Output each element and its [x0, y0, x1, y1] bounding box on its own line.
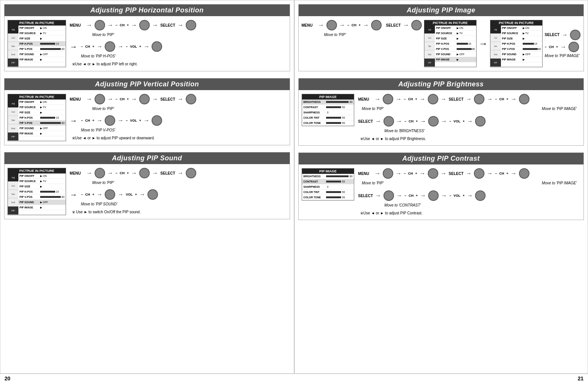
btn-menu-img[interactable] — [326, 20, 337, 30]
pip-panel-rows-horizontal: PIP ON/OFF ▶ ON PIP SOURCE ▶ TV PIP SIZE — [18, 26, 66, 67]
pip-icon-sound: Snd — [8, 50, 18, 59]
section-pip-image: Adjusting PIP Image MENU → → − CH + — [298, 4, 584, 71]
pip-icon-color: Col — [8, 34, 18, 42]
btn-select-br1[interactable] — [474, 94, 484, 104]
pip-panel-image-2: PICTRUE IN PICTURE Adj Col Set Snd PIP — [490, 20, 543, 67]
btn-vol-v2[interactable] — [152, 115, 162, 126]
pip-image-panel-contrast: PIP IMAGE BRIGHTNESS 80 CONTRAST 50 — [302, 168, 355, 201]
section-pip-brightness: Adjusting PIP Brightness PIP IMAGE BRIGH… — [298, 78, 584, 146]
pip-row-vpos: PIP V-POS 80 — [18, 47, 66, 52]
btn-ch-ct3[interactable] — [428, 190, 439, 201]
nav-row-2: → − CH + → → − VOL + — [70, 41, 287, 52]
btn-select-img2[interactable] — [570, 30, 580, 40]
btn-vol-s2[interactable] — [147, 189, 158, 200]
pip-row-source: PIP SOURCE ▶ TV — [18, 31, 66, 36]
move-label-v2: Move to 'PIP V-POS' — [70, 128, 287, 132]
note-vertical: ※Use ◄ or ► to adjust PIP upward or down… — [70, 134, 287, 141]
btn-select-img1[interactable] — [411, 20, 422, 30]
nav-area-sound: MENU → → − CH + → → SELECT → — [70, 168, 287, 215]
btn-ch-v2[interactable] — [105, 115, 115, 126]
btn-menu-v[interactable] — [95, 94, 105, 104]
pip-panel-title: PICTRUE IN PICTURE — [8, 20, 66, 26]
btn-ch-1[interactable] — [139, 20, 150, 30]
btn-ch-ct1[interactable] — [428, 168, 438, 179]
btn-ch-br3[interactable] — [428, 116, 439, 127]
pip-row-sound: PIP SOUND ▶ OFF — [18, 52, 66, 57]
move-label-1: Move to 'PIP' — [70, 33, 287, 37]
nav-row-1: MENU → → − CH + → → SELECT → — [70, 20, 287, 30]
section-header-pip-horizontal: Adjusting PIP Horizontal Position — [5, 5, 290, 16]
section-pip-sound: Adjusting PIP Sound PICTRUE IN PICTURE A… — [4, 152, 290, 219]
section-header-pip-brightness: Adjusting PIP Brightness — [299, 78, 584, 90]
ch-group-1: − CH + — [116, 23, 129, 27]
pip-row-size: PIP SIZE ▶ — [18, 36, 66, 41]
pip-panel-vertical: PICTRUE IN PICTURE Adj Col Set Snd PIP P… — [8, 94, 66, 141]
note-brightness: ※Use ◄ or ► to adjust PIP Brightness. — [358, 135, 580, 142]
vol-group-2: − VOL + — [126, 45, 141, 48]
pip-panel-sound: PICTRUE IN PICTURE Adj Col Set Snd PIP P… — [8, 168, 66, 215]
btn-ch-img2[interactable] — [568, 42, 579, 52]
section-header-pip-vertical: Adjusting PIP Vertical Position — [5, 78, 290, 90]
btn-select-1[interactable] — [186, 20, 196, 30]
page-number-left: 20 — [5, 375, 11, 381]
nav-area-contrast: MENU → → − CH + → → SELECT → — [358, 168, 580, 216]
pip-row-image: PIP IMAGE ▶ — [18, 57, 66, 62]
pip-row-hpos: PIP H-POS 15 — [18, 41, 66, 47]
page-footer: 20 21 — [0, 374, 588, 383]
ch-group-2: − CH + — [81, 45, 95, 48]
btn-ch-s2[interactable] — [105, 189, 115, 200]
btn-vol-ct3[interactable] — [475, 190, 486, 201]
pip-icon-adjust: Adj — [8, 26, 18, 34]
section-header-pip-image: Adjusting PIP Image — [299, 5, 584, 16]
pip-icons-col: Adj Col Set Snd PIP — [8, 26, 18, 67]
section-pip-vertical: Adjusting PIP Vertical Position PICTRUE … — [4, 78, 290, 145]
note-horizontal: ※Use ◄ or ► to adjust PIP left or right. — [70, 60, 287, 67]
nav-area-vertical: MENU → → − CH + → → SELECT → — [70, 94, 287, 141]
btn-select-ct1[interactable] — [474, 168, 484, 179]
btn-ch-ct2[interactable] — [519, 168, 529, 179]
move-label-2: Move to 'PIP H-POS' — [70, 54, 287, 58]
pip-row-onoff: PIP ON/OFF ▶ ON — [18, 26, 66, 31]
note-contrast: ※Use ◄ or ► to adjust PIP Contrast. — [358, 210, 580, 216]
section-pip-horizontal: Adjusting PIP Horizontal Position PICTRU… — [4, 4, 290, 71]
btn-menu-br[interactable] — [383, 94, 393, 104]
section-header-pip-sound: Adjusting PIP Sound — [5, 152, 290, 164]
btn-ch-br2[interactable] — [519, 94, 529, 104]
btn-select-br2[interactable] — [383, 116, 394, 127]
btn-vol-2[interactable] — [152, 41, 162, 52]
btn-select-ct2[interactable] — [383, 190, 394, 201]
btn-menu-s[interactable] — [95, 168, 105, 178]
pip-icon-pip: PIP — [8, 59, 18, 67]
pip-image-panel-brightness: PIP IMAGE BRIGHTNESS 80 CONTRAST 50 — [302, 94, 355, 126]
btn-select-v1[interactable] — [186, 94, 196, 104]
nav-area-image: MENU → → − CH + → Move to 'PIP' — [302, 20, 382, 37]
page-number-right: 21 — [577, 375, 583, 381]
btn-vol-br3[interactable] — [475, 116, 486, 127]
section-header-pip-contrast: Adjusting PIP Contrast — [299, 153, 584, 164]
section-pip-contrast: Adjusting PIP Contrast PIP IMAGE BRIGHTN… — [298, 152, 584, 220]
btn-ch-2[interactable] — [105, 41, 115, 52]
right-column: Adjusting PIP Image MENU → → − CH + — [295, 0, 588, 373]
nav-area-brightness: MENU → → − CH + → → SELECT → — [358, 94, 580, 142]
btn-ch-img1[interactable] — [371, 20, 382, 30]
note-sound: ※ Use ► to switch On/Off the PIP sound. — [70, 208, 287, 215]
btn-menu[interactable] — [95, 20, 105, 30]
btn-ch-s1[interactable] — [139, 168, 150, 178]
left-column: Adjusting PIP Horizontal Position PICTRU… — [0, 0, 294, 373]
btn-ch-v1[interactable] — [139, 94, 150, 104]
nav-area-horizontal: MENU → → − CH + → → SELECT → — [70, 20, 287, 67]
pip-icon-setup: Set — [8, 42, 18, 50]
move-label-v1: Move to 'PIP' — [70, 107, 287, 111]
btn-menu-ct[interactable] — [383, 168, 393, 179]
btn-ch-br1[interactable] — [428, 94, 438, 104]
pip-panel-image-1: PICTRUE IN PICTURE Adj Col Set Snd PIP — [424, 20, 477, 67]
btn-select-s1[interactable] — [186, 168, 196, 178]
pip-panel-horizontal: PICTRUE IN PICTURE Adj Col Set Snd PIP P… — [8, 20, 66, 67]
